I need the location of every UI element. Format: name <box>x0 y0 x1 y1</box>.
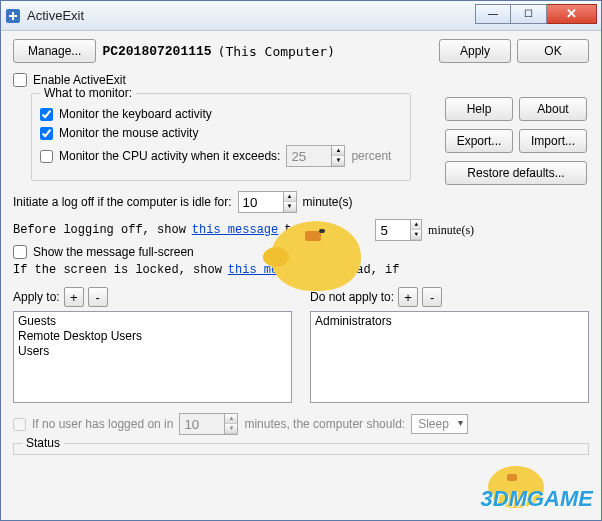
cpu-value-input[interactable] <box>286 145 332 167</box>
locked-message-link[interactable]: this message <box>228 263 314 277</box>
not-apply-to-label: Do not apply to: <box>310 290 394 304</box>
idle-spinner[interactable]: ▲▼ <box>284 191 297 213</box>
list-item[interactable]: Administrators <box>315 314 584 329</box>
manage-button[interactable]: Manage... <box>13 39 96 63</box>
before-message-link[interactable]: this message <box>192 223 278 237</box>
fullscreen-label: Show the message full-screen <box>33 245 194 259</box>
window-title: ActiveExit <box>27 8 475 23</box>
apply-button[interactable]: Apply <box>439 39 511 63</box>
fullscreen-checkbox[interactable]: Show the message full-screen <box>13 245 589 259</box>
cpu-spinner[interactable]: ▲▼ <box>332 145 345 167</box>
enable-checkbox[interactable]: Enable ActiveExit <box>13 73 589 87</box>
about-button[interactable]: About <box>519 97 587 121</box>
list-item[interactable]: Guests <box>18 314 287 329</box>
idle-label: Initiate a log off if the computer is id… <box>13 195 232 209</box>
idle-unit: minute(s) <box>303 195 353 209</box>
not-apply-to-remove-button[interactable]: - <box>422 287 442 307</box>
close-button[interactable]: ✕ <box>547 4 597 24</box>
idle-value-input[interactable] <box>238 191 284 213</box>
locked-suffix: instead, if <box>320 263 399 277</box>
cpu-checkbox[interactable] <box>40 150 53 163</box>
titlebar: ActiveExit — ☐ ✕ <box>1 1 601 31</box>
before-prefix: Before logging off, show <box>13 223 186 237</box>
maximize-button[interactable]: ☐ <box>511 4 547 24</box>
apply-to-add-button[interactable]: + <box>64 287 84 307</box>
fullscreen-checkbox-input[interactable] <box>13 245 27 259</box>
before-value-input[interactable] <box>375 219 411 241</box>
not-apply-to-listbox[interactable]: Administrators <box>310 311 589 403</box>
mouse-label: Monitor the mouse activity <box>59 126 198 140</box>
enable-checkbox-input[interactable] <box>13 73 27 87</box>
nouser-value-input[interactable] <box>179 413 225 435</box>
nouser-label: If no user has logged on in <box>32 417 173 431</box>
status-legend: Status <box>22 436 64 450</box>
help-button[interactable]: Help <box>445 97 513 121</box>
computer-name: PC201807201115 <box>102 44 211 59</box>
nouser-mid: minutes, the computer should: <box>244 417 405 431</box>
not-apply-to-add-button[interactable]: + <box>398 287 418 307</box>
before-spinner[interactable]: ▲▼ <box>411 219 422 241</box>
restore-defaults-button[interactable]: Restore defaults... <box>445 161 587 185</box>
import-button[interactable]: Import... <box>519 129 587 153</box>
locked-prefix: If the screen is locked, show <box>13 263 222 277</box>
nouser-spinner[interactable]: ▲▼ <box>225 413 238 435</box>
keyboard-checkbox[interactable] <box>40 108 53 121</box>
apply-to-listbox[interactable]: Guests Remote Desktop Users Users <box>13 311 292 403</box>
app-icon <box>5 8 21 24</box>
before-mid: to the <box>284 223 327 237</box>
minimize-button[interactable]: — <box>475 4 511 24</box>
enable-label: Enable ActiveExit <box>33 73 126 87</box>
monitor-legend: What to monitor: <box>40 86 136 100</box>
nouser-checkbox[interactable] <box>13 418 26 431</box>
keyboard-label: Monitor the keyboard activity <box>59 107 212 121</box>
list-item[interactable]: Remote Desktop Users <box>18 329 287 344</box>
apply-to-label: Apply to: <box>13 290 60 304</box>
apply-to-remove-button[interactable]: - <box>88 287 108 307</box>
cpu-label: Monitor the CPU activity when it exceeds… <box>59 149 280 163</box>
computer-label: (This Computer) <box>218 44 335 59</box>
nouser-action-dropdown[interactable]: Sleep <box>411 414 468 434</box>
cpu-unit: percent <box>351 149 391 163</box>
mouse-checkbox[interactable] <box>40 127 53 140</box>
before-unit: minute(s) <box>428 223 474 238</box>
export-button[interactable]: Export... <box>445 129 513 153</box>
list-item[interactable]: Users <box>18 344 287 359</box>
ok-button[interactable]: OK <box>517 39 589 63</box>
